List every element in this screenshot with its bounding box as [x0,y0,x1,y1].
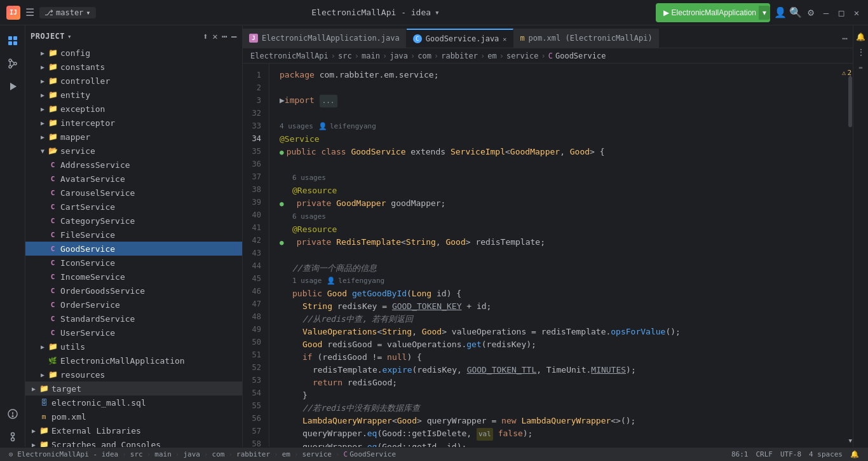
breadcrumb-rabbiter[interactable]: rabbiter [441,52,478,60]
tree-arrow-scratches: ▶ [29,441,38,448]
scroll-down-icon[interactable]: ▼ [849,437,852,444]
activity-project[interactable] [3,31,23,51]
tree-item-UserService[interactable]: C UserService [25,326,242,340]
panel-expand-icon[interactable]: ⬆ [203,31,208,41]
tree-item-constants[interactable]: ▶ 📁 constants [25,60,242,74]
right-bar-minimap[interactable]: ▬ [855,61,867,74]
run-button[interactable]: ▶ ElectronicMallApplication ▾ [656,3,770,22]
status-breadcrumb[interactable]: src [126,448,147,461]
tree-item-external-libraries[interactable]: ▶ 📁 External Libraries [25,423,242,437]
breadcrumb-java[interactable]: java [390,52,408,60]
activity-problems[interactable] [3,404,23,424]
minimize-button[interactable]: — [821,8,831,18]
tree-item-OrderService[interactable]: C OrderService [25,298,242,312]
profile-icon[interactable]: 👤 [775,8,785,18]
code-editor[interactable]: package com.rabbiter.em.service; ▶ impor… [269,64,848,447]
java-class-icon-IncomeService: C [47,273,58,281]
hamburger-menu[interactable]: ☰ [25,6,34,18]
right-bar-indent[interactable]: ⋮ [855,46,867,58]
code-line-resource1-ann: @Resource [280,184,848,197]
status-line-col[interactable]: 86:1 [728,450,752,458]
tree-item-StandardService[interactable]: C StandardService [25,312,242,326]
tree-item-CategoryService[interactable]: C CategoryService [25,214,242,228]
vertical-scrollbar[interactable]: ⚠ 2 ▲ ▼ [848,64,853,447]
activity-git[interactable] [3,427,23,447]
activity-vcs[interactable] [3,53,23,74]
ln-36: 36 [243,158,265,170]
right-bar: 🔔 ⋮ ▬ [853,25,868,447]
tree-item-entity[interactable]: ▶ 📁 entity [25,88,242,102]
right-bar-notification[interactable]: 🔔 [855,31,867,43]
tree-item-scratches[interactable]: ▶ 📁 Scratches and Consoles [25,437,242,447]
breadcrumb-main[interactable]: main [362,52,380,60]
settings-icon[interactable]: ⚙ [806,8,816,18]
tree-item-resources[interactable]: ▶ 📁 resources [25,368,242,382]
tree-item-target[interactable]: ▶ 📁 target [25,382,242,396]
tree-item-pomxml[interactable]: m pom.xml [25,409,242,423]
tree-item-interceptor[interactable]: ▶ 📁 interceptor [25,116,242,130]
breadcrumb-service[interactable]: service [506,52,539,60]
tree-item-FileService[interactable]: C FileService [25,228,242,242]
tree-item-IncomeService[interactable]: C IncomeService [25,270,242,284]
status-goodservice[interactable]: C GoodService [340,448,400,461]
status-indent[interactable]: 4 spaces [805,450,846,458]
tree-arrow-utils: ▶ [38,343,47,350]
tab-more-button[interactable]: ⋯ [837,29,853,48]
breadcrumb-em[interactable]: em [487,52,496,60]
tab-pom[interactable]: m pom.xml (ElectronicMallApi) [513,29,659,48]
status-main[interactable]: main [151,448,175,461]
tree-item-exception[interactable]: ▶ 📁 exception [25,102,242,116]
tree-item-AddressService[interactable]: C AddressService [25,158,242,172]
code-line-50: return redisGood; [280,376,848,389]
tree-item-sql[interactable]: 🗄 electronic_mall.sql [25,396,242,409]
breadcrumb-com[interactable]: com [417,52,431,60]
tree-item-config[interactable]: ▶ 📁 config [25,46,242,60]
status-java[interactable]: java [179,448,204,461]
java-class-icon-AvatarService: C [47,175,58,183]
tree-label-IncomeService: IncomeService [60,272,125,282]
status-line-ending[interactable]: CRLF [752,450,776,458]
tree-item-CartService[interactable]: C CartService [25,200,242,214]
tree-item-mapper[interactable]: ▶ 📁 mapper [25,130,242,144]
tree-item-ElectronicMallApplication[interactable]: 🌿 ElectronicMallApplication [25,354,242,368]
activity-run[interactable] [3,76,23,97]
java-file-icon: J [249,34,258,43]
panel-minimize-icon[interactable]: — [231,31,237,41]
status-notification[interactable]: 🔔 [846,450,863,458]
tree-item-controller[interactable]: ▶ 📁 controller [25,74,242,88]
tree-label-config: config [60,48,90,58]
tree-item-OrderGoodsService[interactable]: C OrderGoodsService [25,284,242,298]
tree-item-service[interactable]: ▼ 📂 service [25,144,242,158]
tab-goodservice[interactable]: C GoodService.java ✕ [407,29,514,48]
breadcrumb-root[interactable]: ElectronicMallApi [250,52,329,60]
tree-item-GoodService[interactable]: C GoodService [25,242,242,256]
svg-rect-1 [13,36,17,40]
search-icon[interactable]: 🔍 [790,8,801,18]
branch-selector[interactable]: ⎇ master ▾ [39,7,96,18]
tree-item-IconService[interactable]: C IconService [25,256,242,270]
status-rabbiter[interactable]: rabbiter [233,448,274,461]
status-path[interactable]: ⊙ ElectronicMallApi - idea [5,448,122,461]
sql-icon: 🗄 [38,399,50,407]
scrollbar-thumb[interactable] [848,76,852,127]
panel-settings-icon[interactable]: ⋯ [222,31,227,41]
close-button[interactable]: ✕ [851,8,862,18]
ln-56: 56 [243,412,265,425]
status-encoding[interactable]: UTF-8 [776,450,805,458]
status-goodservice-text: GoodService [349,450,396,458]
status-em[interactable]: em [278,448,294,461]
status-com[interactable]: com [208,448,229,461]
run-dropdown-arrow[interactable]: ▾ [759,6,770,20]
tab-application[interactable]: J ElectronicMallApplication.java [243,29,407,48]
tree-item-CarouselService[interactable]: C CarouselService [25,186,242,200]
breadcrumb-goodservice[interactable]: CGoodService [548,52,606,60]
maximize-button[interactable]: □ [836,8,846,18]
tree-item-utils[interactable]: ▶ 📁 utils [25,340,242,354]
status-service[interactable]: service [299,448,336,461]
breadcrumb-src[interactable]: src [338,52,352,60]
tree-item-AvatarService[interactable]: C AvatarService [25,172,242,186]
panel-dropdown-icon: ▾ [67,32,72,41]
panel-collapse-icon[interactable]: ✕ [212,31,218,41]
fold-arrow-import[interactable]: ▶ [280,94,285,107]
tab-close-goodservice[interactable]: ✕ [503,36,506,43]
